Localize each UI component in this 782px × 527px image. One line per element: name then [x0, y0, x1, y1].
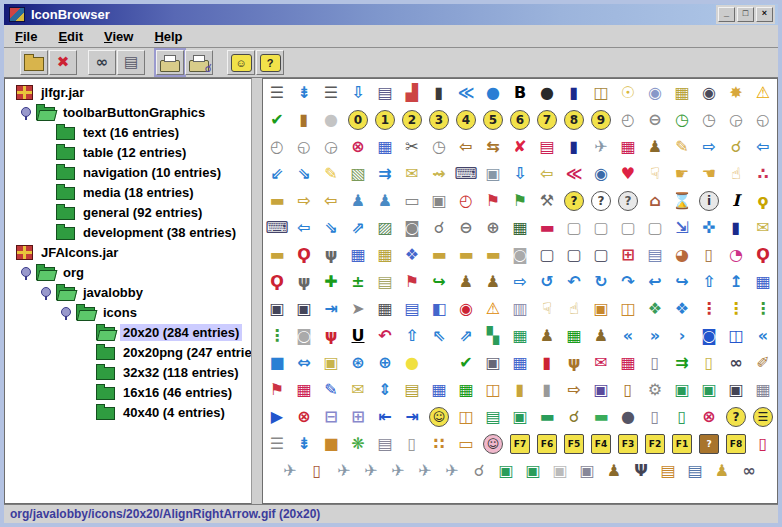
grid-icon[interactable]: ♟: [591, 326, 611, 346]
tree-item-general[interactable]: general (92 entries): [10, 202, 251, 222]
grid-icon[interactable]: ◉: [591, 164, 611, 184]
tree-item-20x20[interactable]: 20x20 (284 entries): [10, 322, 251, 342]
grid-icon[interactable]: ⇉: [375, 164, 395, 184]
grid-icon[interactable]: ▬: [267, 191, 287, 211]
grid-icon[interactable]: 9: [591, 110, 611, 130]
grid-icon[interactable]: ▯: [699, 245, 719, 265]
grid-icon[interactable]: ●: [321, 110, 341, 130]
grid-icon[interactable]: ⇧: [402, 326, 422, 346]
grid-icon[interactable]: ❖: [402, 245, 422, 265]
grid-icon[interactable]: ◴: [456, 191, 476, 211]
grid-icon[interactable]: ⇙: [267, 164, 287, 184]
grid-icon[interactable]: 5: [483, 110, 503, 130]
grid-icon[interactable]: ⇟: [294, 434, 314, 454]
grid-icon[interactable]: F1: [672, 434, 692, 454]
grid-icon[interactable]: ▭: [402, 191, 422, 211]
grid-icon[interactable]: ⇤: [375, 407, 395, 427]
tree-item-32x32[interactable]: 32x32 (118 entries): [10, 362, 251, 382]
grid-icon[interactable]: I: [726, 191, 746, 211]
list-button[interactable]: ▤: [117, 50, 145, 75]
grid-icon[interactable]: ▣: [523, 461, 543, 481]
tree-expand-handle[interactable]: [21, 107, 31, 117]
grid-icon[interactable]: ⇘: [321, 218, 341, 238]
grid-icon[interactable]: ☉: [618, 83, 638, 103]
tree-item-jlfgr-jar[interactable]: jlfgr.jar: [10, 82, 251, 102]
tree-item-20x20png[interactable]: 20x20png (247 entries): [10, 342, 251, 362]
grid-icon[interactable]: ◫: [456, 407, 476, 427]
grid-icon[interactable]: ⇨: [699, 137, 719, 157]
toolbar-grip[interactable]: [7, 51, 15, 75]
grid-icon[interactable]: ●: [402, 353, 422, 373]
grid-icon[interactable]: ▢: [564, 218, 584, 238]
grid-icon[interactable]: ▦: [753, 272, 773, 292]
grid-icon[interactable]: ☺: [483, 434, 503, 454]
grid-icon[interactable]: ◵: [294, 137, 314, 157]
grid-icon[interactable]: ⇩: [348, 83, 368, 103]
grid-icon[interactable]: ▢: [591, 245, 611, 265]
grid-icon[interactable]: ☚: [699, 164, 719, 184]
grid-icon[interactable]: ⚑: [402, 272, 422, 292]
grid-icon[interactable]: ⌛: [672, 191, 692, 211]
grid-icon[interactable]: ▤: [402, 299, 422, 319]
grid-icon[interactable]: F7: [510, 434, 530, 454]
grid-icon[interactable]: ↥: [726, 272, 746, 292]
grid-icon[interactable]: ▮: [564, 137, 584, 157]
grid-icon[interactable]: ⚠: [483, 299, 503, 319]
grid-icon[interactable]: ✚: [321, 272, 341, 292]
close-button[interactable]: ×: [756, 7, 773, 22]
grid-icon[interactable]: ☛: [672, 164, 692, 184]
grid-icon[interactable]: ●: [537, 83, 557, 103]
grid-icon[interactable]: ☌: [469, 461, 489, 481]
grid-icon[interactable]: ∞: [739, 461, 759, 481]
grid-icon[interactable]: ▣: [591, 380, 611, 400]
tree-item-org[interactable]: org: [10, 262, 251, 282]
tree-expand-handle[interactable]: [21, 267, 31, 277]
grid-icon[interactable]: ▣: [496, 461, 516, 481]
grid-icon[interactable]: «: [753, 326, 773, 346]
grid-icon[interactable]: ⇦: [294, 218, 314, 238]
grid-icon[interactable]: ⇨: [510, 272, 530, 292]
grid-icon[interactable]: ↻: [591, 272, 611, 292]
grid-icon[interactable]: ✈: [591, 137, 611, 157]
grid-icon[interactable]: ≪: [564, 164, 584, 184]
grid-icon[interactable]: ⚙: [645, 380, 665, 400]
grid-icon[interactable]: ↪: [672, 272, 692, 292]
grid-icon[interactable]: ▬: [591, 407, 611, 427]
grid-icon[interactable]: ✂: [402, 137, 422, 157]
grid-icon[interactable]: ▯: [402, 434, 422, 454]
grid-icon[interactable]: ◙: [402, 218, 422, 238]
grid-icon[interactable]: ⇕: [375, 380, 395, 400]
grid-icon[interactable]: Ϙ: [267, 272, 287, 292]
grid-icon[interactable]: ☟: [537, 299, 557, 319]
grid-icon[interactable]: ▤: [685, 461, 705, 481]
grid-icon[interactable]: ▦: [510, 326, 530, 346]
grid-icon[interactable]: 8: [564, 110, 584, 130]
tree-item-development[interactable]: development (38 entries): [10, 222, 251, 242]
menu-edit[interactable]: Edit: [52, 27, 89, 46]
grid-icon[interactable]: ◫: [591, 83, 611, 103]
split-pane-divider[interactable]: [252, 78, 262, 504]
grid-icon[interactable]: ⇲: [672, 218, 692, 238]
maximize-button[interactable]: □: [737, 7, 754, 22]
grid-icon[interactable]: ✎: [672, 137, 692, 157]
grid-icon[interactable]: ⚑: [510, 191, 530, 211]
grid-icon[interactable]: F4: [591, 434, 611, 454]
tree-item-toolbarbuttongraphics[interactable]: toolbarButtonGraphics: [10, 102, 251, 122]
grid-icon[interactable]: ☰: [321, 83, 341, 103]
grid-icon[interactable]: ⋮: [267, 326, 287, 346]
grid-icon[interactable]: ▣: [591, 299, 611, 319]
grid-icon[interactable]: ⇔: [294, 353, 314, 373]
grid-icon[interactable]: ▢: [618, 218, 638, 238]
grid-icon[interactable]: ✎: [321, 164, 341, 184]
grid-icon[interactable]: ⇦: [537, 164, 557, 184]
grid-icon[interactable]: ⇗: [456, 326, 476, 346]
grid-icon[interactable]: ▯: [699, 353, 719, 373]
grid-icon[interactable]: ⇥: [321, 299, 341, 319]
grid-icon[interactable]: ▮: [510, 380, 530, 400]
minimize-button[interactable]: _: [718, 7, 735, 22]
grid-icon[interactable]: ⇦: [456, 137, 476, 157]
grid-icon[interactable]: »: [645, 326, 665, 346]
grid-icon[interactable]: ψ: [321, 326, 341, 346]
grid-icon[interactable]: ◉: [645, 83, 665, 103]
grid-icon[interactable]: ⋮: [699, 299, 719, 319]
